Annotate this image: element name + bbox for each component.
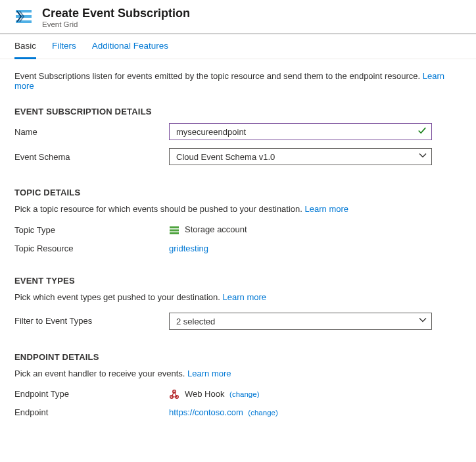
endpoint-learn-more-link[interactable]: Learn more	[187, 369, 231, 378]
blade-header: Create Event Subscription Event Grid	[0, 0, 476, 34]
section-topic-details: TOPIC DETAILS Pick a topic resource for …	[14, 188, 462, 253]
topic-details-desc: Pick a topic resource for which events s…	[14, 204, 462, 214]
topic-learn-more-link[interactable]: Learn more	[305, 204, 348, 214]
section-endpoint-details: ENDPOINT DETAILS Pick an event handler t…	[14, 352, 462, 418]
page-subtitle: Event Grid	[42, 20, 190, 28]
topic-type-value: Storage account	[169, 224, 462, 236]
topic-type-text: Storage account	[185, 224, 247, 234]
section-subscription-details: EVENT SUBSCRIPTION DETAILS Name Event Sc…	[14, 107, 462, 165]
endpoint-details-title: ENDPOINT DETAILS	[14, 352, 462, 362]
tab-filters[interactable]: Filters	[52, 41, 76, 59]
event-types-learn-more-link[interactable]: Learn more	[223, 292, 266, 302]
endpoint-details-desc: Pick an event handler to receive your ev…	[14, 369, 462, 378]
topic-details-desc-text: Pick a topic resource for which events s…	[14, 204, 305, 214]
topic-type-label: Topic Type	[14, 225, 169, 235]
event-types-desc: Pick which event types get pushed to you…	[14, 292, 462, 302]
endpoint-type-text: Web Hook	[185, 389, 224, 399]
name-input[interactable]	[169, 123, 432, 140]
intro-text: Event Subscriptions listen for events em…	[14, 71, 462, 91]
svg-rect-5	[170, 232, 179, 234]
endpoint-change-link[interactable]: (change)	[248, 409, 277, 417]
tab-basic[interactable]: Basic	[14, 41, 36, 59]
webhook-icon	[169, 389, 179, 399]
content-area: Event Subscriptions listen for events em…	[0, 59, 476, 451]
endpoint-value-link[interactable]: https://contoso.com	[169, 407, 243, 417]
endpoint-type-value: Web Hook (change)	[169, 389, 462, 400]
header-titles: Create Event Subscription Event Grid	[42, 7, 190, 28]
endpoint-details-desc-text: Pick an event handler to receive your ev…	[14, 369, 187, 378]
intro-text-body: Event Subscriptions listen for events em…	[14, 71, 423, 81]
topic-resource-label: Topic Resource	[14, 244, 169, 253]
event-types-title: EVENT TYPES	[14, 276, 462, 286]
event-grid-icon	[14, 8, 33, 26]
endpoint-type-label: Endpoint Type	[14, 389, 169, 399]
subscription-details-title: EVENT SUBSCRIPTION DETAILS	[14, 107, 462, 116]
section-event-types: EVENT TYPES Pick which event types get p…	[14, 276, 462, 330]
filter-event-types-select[interactable]: 2 selected	[169, 313, 432, 330]
event-schema-select[interactable]: Cloud Event Schema v1.0	[169, 148, 432, 165]
filter-event-types-label: Filter to Event Types	[14, 316, 169, 326]
topic-resource-link[interactable]: gridtesting	[169, 244, 208, 253]
name-label: Name	[14, 127, 169, 137]
svg-rect-4	[170, 229, 179, 231]
page-title: Create Event Subscription	[42, 7, 190, 20]
tab-additional-features[interactable]: Additional Features	[92, 41, 168, 59]
tabs: Basic Filters Additional Features	[0, 34, 476, 59]
event-schema-label: Event Schema	[14, 152, 169, 162]
svg-rect-3	[170, 226, 179, 228]
topic-details-title: TOPIC DETAILS	[14, 188, 462, 197]
storage-account-icon	[169, 225, 179, 236]
endpoint-label: Endpoint	[14, 407, 169, 417]
endpoint-type-change-link[interactable]: (change)	[229, 390, 259, 398]
event-types-desc-text: Pick which event types get pushed to you…	[14, 292, 223, 302]
